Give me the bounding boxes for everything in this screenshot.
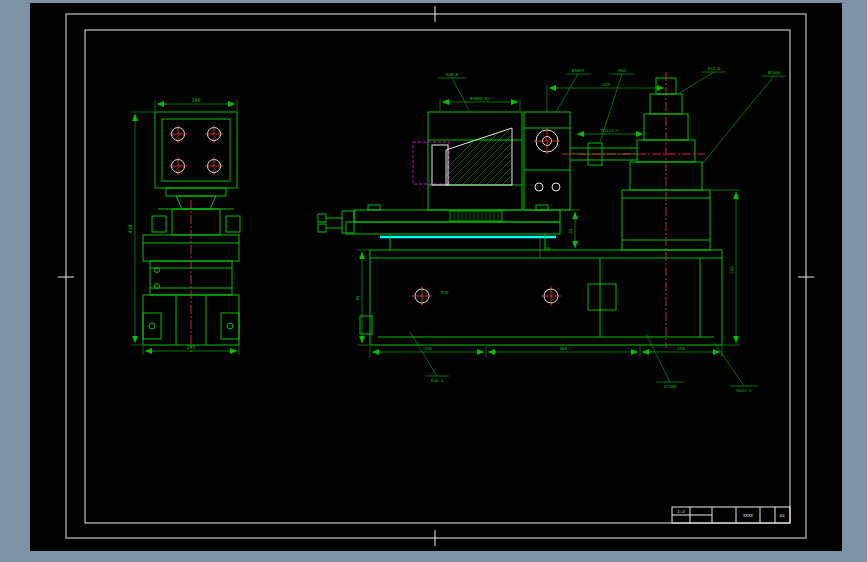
drawing-sheet: [30, 3, 842, 551]
dim-label-right-height: 155: [729, 266, 734, 274]
callout-label: Ø25k6: [768, 70, 781, 75]
dim-label-front-top: 190: [191, 97, 200, 103]
callout-label: Ra0.8: [446, 72, 459, 77]
dim-label-head: Ø40±0.02: [470, 96, 491, 101]
callout-label: M10: [618, 68, 626, 73]
dim-label-bottom-1: 350: [424, 346, 432, 351]
dim-label-front-bottom: 195: [186, 344, 195, 350]
callout-label: Ra12.5: [736, 388, 752, 393]
dim-label-front-height: 418: [127, 224, 133, 233]
cad-canvas[interactable]: 1:2 XXXX A3 190: [0, 0, 867, 562]
titleblock-scale: 1:2: [677, 509, 685, 514]
dim-label-bottom-3: 250: [677, 346, 685, 351]
dim-label-span: 320: [602, 82, 610, 87]
callout-label: HT200: [664, 384, 677, 389]
titleblock-size: A3: [779, 513, 785, 518]
dim-label-bottom-2: 460: [559, 346, 567, 351]
dim-label-table-height: 85: [568, 228, 573, 234]
callout-label: Ø30H7: [572, 68, 585, 73]
dim-label-base-height: 95: [355, 295, 360, 301]
cad-viewport[interactable]: 1:2 XXXX A3 190: [0, 0, 867, 562]
dim-label-gap: 50: [545, 246, 551, 251]
callout-label: Ra1.6: [708, 66, 721, 71]
label-bolt: M20: [441, 290, 449, 295]
callout-label: Ra6.3: [431, 378, 444, 383]
titleblock-code: XXXX: [743, 513, 754, 518]
